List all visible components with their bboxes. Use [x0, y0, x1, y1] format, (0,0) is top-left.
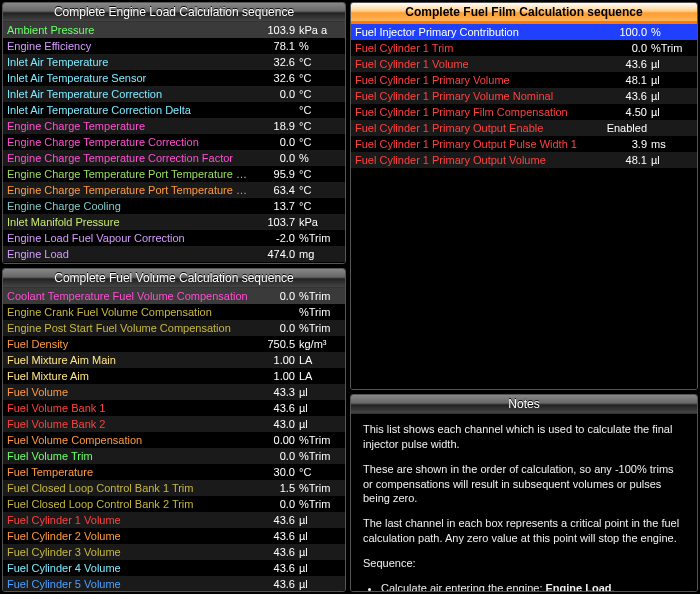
table-row[interactable]: Fuel Cylinder 1 Primary Volume Nominal43…: [351, 88, 697, 104]
table-row[interactable]: Engine Efficiency78.1%: [3, 38, 345, 54]
notes-seq-label: Sequence:: [363, 556, 685, 571]
row-unit: kPa a: [297, 24, 341, 36]
table-row[interactable]: Fuel Cylinder 1 Trim0.0%Trim: [351, 40, 697, 56]
table-row[interactable]: Fuel Cylinder 1 Volume43.6µl: [3, 512, 345, 528]
row-unit: °C: [297, 56, 341, 68]
table-row[interactable]: Coolant Temperature Fuel Volume Compensa…: [3, 288, 345, 304]
fuel-volume-panel: Complete Fuel Volume Calculation sequenc…: [2, 268, 346, 592]
row-value: 43.0: [251, 418, 297, 430]
row-label: Engine Post Start Fuel Volume Compensati…: [7, 322, 251, 334]
table-row[interactable]: Fuel Injector Primary Contribution100.0%: [351, 24, 697, 40]
engine-load-body[interactable]: Ambient Pressure103.9kPa aEngine Efficie…: [3, 22, 345, 263]
row-unit: %Trim: [649, 42, 693, 54]
row-value: 0.0: [251, 88, 297, 100]
table-row[interactable]: Fuel Cylinder 2 Volume43.6µl: [3, 528, 345, 544]
row-unit: µl: [297, 562, 341, 574]
row-unit: LA: [297, 370, 341, 382]
row-value: 48.1: [603, 154, 649, 166]
row-label: Inlet Air Temperature: [7, 56, 251, 68]
row-label: Fuel Cylinder 4 Volume: [7, 562, 251, 574]
table-row[interactable]: Engine Charge Temperature Port Temperatu…: [3, 182, 345, 198]
table-row[interactable]: Fuel Mixture Aim Main1.00LA: [3, 352, 345, 368]
row-value: 78.1: [251, 40, 297, 52]
table-row[interactable]: Fuel Cylinder 4 Volume43.6µl: [3, 560, 345, 576]
row-value: 43.6: [603, 90, 649, 102]
row-label: Fuel Cylinder 1 Primary Output Volume: [355, 154, 603, 166]
fuel-volume-body[interactable]: Coolant Temperature Fuel Volume Compensa…: [3, 288, 345, 591]
table-row[interactable]: Engine Load474.0mg: [3, 246, 345, 262]
table-row[interactable]: Fuel Volume Trim0.0%Trim: [3, 448, 345, 464]
row-label: Fuel Cylinder 1 Trim: [355, 42, 603, 54]
table-row[interactable]: Engine Crank Fuel Volume Compensation%Tr…: [3, 304, 345, 320]
table-row[interactable]: Fuel Cylinder 3 Volume43.6µl: [3, 544, 345, 560]
table-row[interactable]: Engine Post Start Fuel Volume Compensati…: [3, 320, 345, 336]
table-row[interactable]: Fuel Cylinder 1 Primary Output Volume48.…: [351, 152, 697, 168]
table-row[interactable]: Engine Charge Temperature Port Temperatu…: [3, 166, 345, 182]
row-label: Fuel Cylinder 1 Primary Film Compensatio…: [355, 106, 603, 118]
table-row[interactable]: Fuel Cylinder 5 Volume43.6µl: [3, 576, 345, 591]
table-row[interactable]: Engine Charge Temperature Correction0.0°…: [3, 134, 345, 150]
table-row[interactable]: Fuel Volume43.3µl: [3, 384, 345, 400]
table-row[interactable]: Inlet Manifold Pressure103.7kPa: [3, 214, 345, 230]
row-value: 32.6: [251, 56, 297, 68]
table-row[interactable]: Engine Charge Temperature Correction Fac…: [3, 150, 345, 166]
table-row[interactable]: Inlet Air Temperature Correction0.0°C: [3, 86, 345, 102]
row-value: 43.6: [251, 514, 297, 526]
app-root: Complete Engine Load Calculation sequenc…: [0, 0, 700, 594]
table-row[interactable]: Inlet Air Temperature Correction Delta°C: [3, 102, 345, 118]
table-row[interactable]: Engine Charge Temperature18.9°C: [3, 118, 345, 134]
table-row[interactable]: Fuel Cylinder 1 Primary Output Pulse Wid…: [351, 136, 697, 152]
row-value: 43.6: [251, 546, 297, 558]
row-unit: %: [649, 26, 693, 38]
table-row[interactable]: Fuel Density750.5kg/m³: [3, 336, 345, 352]
row-value: 103.9: [251, 24, 297, 36]
row-value: 750.5: [251, 338, 297, 350]
row-label: Fuel Volume: [7, 386, 251, 398]
fuel-film-body[interactable]: Fuel Injector Primary Contribution100.0%…: [351, 24, 697, 389]
row-value: -2.0: [251, 232, 297, 244]
row-label: Engine Charge Temperature Correction Fac…: [7, 152, 251, 164]
table-row[interactable]: Inlet Air Temperature32.6°C: [3, 54, 345, 70]
row-label: Engine Charge Temperature Port Temperatu…: [7, 168, 251, 180]
notes-header: Notes: [351, 395, 697, 414]
table-row[interactable]: Fuel Cylinder 1 Primary Volume48.1µl: [351, 72, 697, 88]
row-unit: µl: [649, 74, 693, 86]
row-label: Fuel Cylinder 5 Volume: [7, 578, 251, 590]
row-label: Inlet Air Temperature Correction Delta: [7, 104, 251, 116]
row-label: Fuel Cylinder 3 Volume: [7, 546, 251, 558]
row-value: 0.0: [251, 498, 297, 510]
table-row[interactable]: Fuel Mixture Aim1.00LA: [3, 368, 345, 384]
table-row[interactable]: Fuel Cylinder 1 Volume43.6µl: [351, 56, 697, 72]
row-unit: °C: [297, 184, 341, 196]
row-label: Fuel Cylinder 1 Volume: [7, 514, 251, 526]
row-unit: %Trim: [297, 232, 341, 244]
table-row[interactable]: Fuel Volume Bank 143.6µl: [3, 400, 345, 416]
row-value: 30.0: [251, 466, 297, 478]
table-row[interactable]: Fuel Volume Compensation0.00%Trim: [3, 432, 345, 448]
row-label: Inlet Manifold Pressure: [7, 216, 251, 228]
row-unit: %Trim: [297, 482, 341, 494]
row-value: 43.3: [251, 386, 297, 398]
table-row[interactable]: Inlet Air Temperature Sensor32.6°C: [3, 70, 345, 86]
table-row[interactable]: Fuel Volume Bank 243.0µl: [3, 416, 345, 432]
notes-p1: This list shows each channel which is us…: [363, 422, 685, 452]
row-unit: °C: [297, 120, 341, 132]
row-label: Engine Efficiency: [7, 40, 251, 52]
table-row[interactable]: Engine Charge Cooling13.7°C: [3, 198, 345, 214]
table-row[interactable]: Ambient Pressure103.9kPa a: [3, 22, 345, 38]
row-label: Fuel Cylinder 1 Primary Volume Nominal: [355, 90, 603, 102]
row-label: Fuel Closed Loop Control Bank 1 Trim: [7, 482, 251, 494]
row-value: 32.6: [251, 72, 297, 84]
row-unit: µl: [297, 418, 341, 430]
table-row[interactable]: Engine Load Fuel Vapour Correction-2.0%T…: [3, 230, 345, 246]
row-label: Engine Load: [7, 248, 251, 260]
table-row[interactable]: Fuel Cylinder 1 Primary Output EnableEna…: [351, 120, 697, 136]
table-row[interactable]: Fuel Closed Loop Control Bank 1 Trim1.5%…: [3, 480, 345, 496]
row-unit: µl: [297, 386, 341, 398]
notes-body[interactable]: This list shows each channel which is us…: [351, 414, 697, 591]
table-row[interactable]: Fuel Temperature30.0°C: [3, 464, 345, 480]
table-row[interactable]: Fuel Closed Loop Control Bank 2 Trim0.0%…: [3, 496, 345, 512]
table-row[interactable]: Fuel Cylinder 1 Primary Film Compensatio…: [351, 104, 697, 120]
row-unit: ms: [649, 138, 693, 150]
row-value: 0.0: [251, 136, 297, 148]
